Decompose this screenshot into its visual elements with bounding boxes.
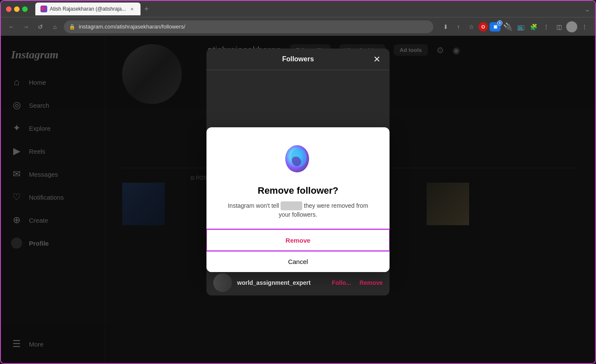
remove-follower-dialog: Remove follower? Instagram won't tell th… [206, 127, 390, 272]
tab-bar: Atish Rajasekharan (@atishraja... ✕ + ⌄ [35, 3, 590, 15]
title-bar: Atish Rajasekharan (@atishraja... ✕ + ⌄ [1, 1, 595, 17]
blurred-username [281, 201, 302, 210]
refresh-btn[interactable]: ↺ [35, 21, 46, 32]
close-window-btn[interactable] [6, 6, 11, 12]
dialog-title: Remove follower? [206, 185, 390, 196]
extensions-btn[interactable]: 🔌 [502, 21, 513, 32]
cast-btn[interactable]: 📺 [515, 21, 526, 32]
url-bar[interactable]: 🔒 instagram.com/atishrajasekharan/follow… [64, 20, 433, 33]
lock-icon: 🔒 [69, 24, 75, 30]
browser-actions: ⬇ ↑ ☆ O ▣ 6 🔌 📺 🧩 ⋮ ◫ ⋮ [440, 21, 590, 32]
follower-follow-btn[interactable]: Follo... [332, 279, 351, 286]
opera-extension-btn[interactable]: O [479, 22, 488, 32]
browser-profile-avatar[interactable] [566, 21, 577, 32]
puzzle-btn[interactable]: 🧩 [528, 21, 539, 32]
new-tab-btn[interactable]: + [140, 3, 152, 15]
share-btn[interactable]: ↑ [453, 21, 464, 32]
confirm-remove-btn[interactable]: Remove [206, 229, 390, 251]
tab-close-btn[interactable]: ✕ [129, 6, 135, 12]
menu-btn[interactable]: ⋮ [579, 21, 590, 32]
home-btn[interactable]: ⌂ [49, 21, 60, 32]
main-content: Instagram ⌂ Home ◎ Search ✦ Explore ▶ Re… [1, 36, 595, 363]
browser-window: Atish Rajasekharan (@atishraja... ✕ + ⌄ … [0, 0, 596, 364]
blue-extension-btn[interactable]: ▣ 6 [490, 22, 501, 32]
minimize-window-btn[interactable] [14, 6, 20, 12]
back-btn[interactable]: ← [6, 21, 17, 32]
dialog-description: Instagram won't tell they were removed f… [206, 201, 390, 219]
follower-remove-link[interactable]: Remove [360, 279, 383, 286]
modal-overlay: Followers ✕ world_assignment_expert Foll… [1, 36, 595, 363]
dialog-desc-before: Instagram won't tell [228, 202, 279, 209]
followers-header: Followers ✕ [206, 49, 390, 70]
followers-panel-title: Followers [282, 55, 314, 63]
bookmark-btn[interactable]: ☆ [466, 21, 477, 32]
follower-item: world_assignment_expert Follo... Remove [206, 270, 390, 293]
follower-info: world_assignment_expert [237, 279, 327, 286]
traffic-lights [6, 6, 28, 12]
download-btn[interactable]: ⬇ [440, 21, 451, 32]
remove-follower-icon [281, 143, 315, 177]
address-bar: ← → ↺ ⌂ 🔒 instagram.com/atishrajasekhara… [1, 17, 595, 36]
active-tab[interactable]: Atish Rajasekharan (@atishraja... ✕ [35, 3, 140, 15]
more-tools-btn[interactable]: ⋮ [541, 21, 552, 32]
sidebar-btn[interactable]: ◫ [553, 21, 564, 32]
tab-favicon-icon [40, 6, 47, 12]
maximize-window-btn[interactable] [22, 6, 28, 12]
cancel-remove-btn[interactable]: Cancel [206, 251, 390, 272]
tab-list-btn[interactable]: ⌄ [585, 5, 590, 13]
follower-username: world_assignment_expert [237, 279, 327, 286]
follower-avatar [213, 273, 232, 292]
url-text: instagram.com/atishrajasekharan/follower… [79, 23, 185, 30]
followers-close-btn[interactable]: ✕ [371, 53, 383, 65]
dialog-icon-area [206, 127, 390, 185]
tab-title: Atish Rajasekharan (@atishraja... [50, 6, 126, 12]
forward-btn[interactable]: → [20, 21, 32, 32]
